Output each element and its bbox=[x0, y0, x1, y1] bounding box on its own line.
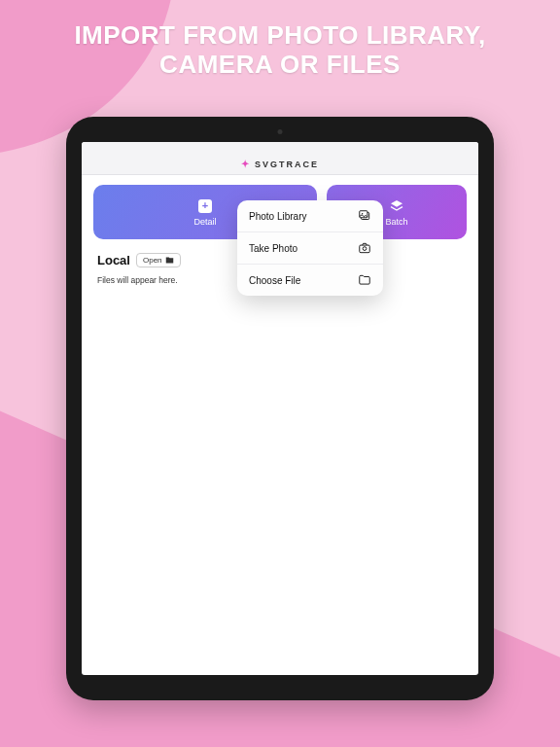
headline-line-1: IMPORT FROM PHOTO LIBRARY, bbox=[29, 21, 531, 51]
title-bar: ✦ SVGTRACE bbox=[82, 154, 478, 175]
photo-library-icon bbox=[358, 209, 371, 223]
popover-item-label: Take Photo bbox=[249, 243, 298, 254]
popover-item-label: Photo Library bbox=[249, 211, 306, 222]
svg-point-5 bbox=[363, 247, 367, 251]
svg-point-3 bbox=[362, 213, 363, 214]
app-screen: ✦ SVGTRACE + Detail bbox=[82, 142, 478, 675]
popover-item-take-photo[interactable]: Take Photo bbox=[237, 232, 383, 265]
open-button[interactable]: Open bbox=[136, 253, 181, 267]
app-logo-icon: ✦ bbox=[241, 159, 251, 169]
marketing-headline: IMPORT FROM PHOTO LIBRARY, CAMERA OR FIL… bbox=[0, 0, 560, 80]
svg-marker-0 bbox=[391, 200, 402, 207]
camera-icon bbox=[358, 241, 371, 255]
plus-icon: + bbox=[197, 198, 213, 214]
app-name: SVGTRACE bbox=[255, 160, 319, 169]
batch-card-label: Batch bbox=[386, 217, 408, 227]
detail-card-label: Detail bbox=[194, 217, 217, 227]
headline-line-2: CAMERA OR FILES bbox=[29, 51, 531, 80]
popover-item-photo-library[interactable]: Photo Library bbox=[237, 200, 383, 232]
svg-rect-4 bbox=[360, 245, 370, 253]
ipad-camera-icon bbox=[278, 129, 283, 134]
stack-icon bbox=[389, 198, 404, 214]
popover-item-label: Choose File bbox=[249, 275, 300, 286]
status-bar bbox=[82, 142, 478, 154]
local-title: Local bbox=[97, 253, 130, 267]
folder-open-icon bbox=[165, 256, 174, 265]
ipad-frame: ✦ SVGTRACE + Detail bbox=[66, 117, 494, 700]
popover-item-choose-file[interactable]: Choose File bbox=[237, 265, 383, 296]
marketing-background: IMPORT FROM PHOTO LIBRARY, CAMERA OR FIL… bbox=[0, 0, 560, 747]
folder-icon bbox=[358, 273, 371, 287]
open-button-label: Open bbox=[143, 256, 162, 265]
import-popover: Photo Library Take Photo bbox=[237, 200, 383, 296]
